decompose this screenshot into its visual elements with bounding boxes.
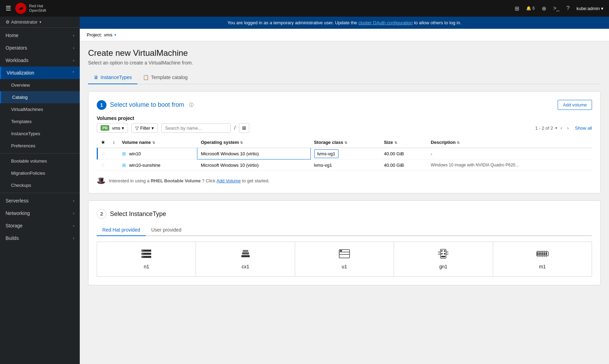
oauth-config-link[interactable]: cluster OAuth configuration <box>358 20 413 25</box>
col-os[interactable]: Operating system ⇅ <box>197 137 310 148</box>
col-volume-name[interactable]: Volume name ⇅ <box>119 137 197 148</box>
sidebar-item-catalog[interactable]: Catalog <box>0 91 80 103</box>
section-1-help-icon[interactable]: ⓘ <box>189 102 194 108</box>
tab-user-provided[interactable]: User provided <box>146 224 187 236</box>
show-all-button[interactable]: Show all <box>575 125 592 131</box>
instance-card-n1[interactable]: n1 <box>97 242 196 277</box>
add-volume-link[interactable]: Add Volume <box>216 178 241 183</box>
filter-button[interactable]: ▽ Filter ▾ <box>131 123 158 133</box>
col-storage-class[interactable]: Storage class ⇅ <box>310 137 380 148</box>
svg-rect-28 <box>543 252 545 255</box>
sidebar-item-preferences[interactable]: Preferences <box>0 140 80 152</box>
add-volume-button[interactable]: Add volume <box>558 100 592 110</box>
grid-icon[interactable]: ⊞ <box>515 5 519 12</box>
sidebar-item-operators[interactable]: Operators › <box>0 42 80 54</box>
cx1-icon <box>201 249 289 261</box>
star-icon[interactable]: ☆ <box>101 151 106 156</box>
instance-card-m1[interactable]: m1 <box>493 242 592 277</box>
col-description[interactable]: Description ⇅ <box>427 137 592 148</box>
svg-rect-18 <box>444 253 445 254</box>
size-sort-icon[interactable]: ⇅ <box>394 141 397 145</box>
pagination-prev-button[interactable]: ‹ <box>559 124 564 131</box>
star-cell[interactable]: ☆ <box>97 159 110 171</box>
project-bar: Project: vms ▾ <box>80 29 609 41</box>
terminal-icon[interactable]: >_ <box>553 5 559 11</box>
page-subtitle: Select an option to create a VirtualMach… <box>88 60 601 66</box>
windows-icon: ⊞ <box>122 151 126 156</box>
brand-product: OpenShift <box>29 8 46 13</box>
pagination-dropdown-icon[interactable]: ▾ <box>555 126 557 130</box>
hamburger-menu[interactable]: ☰ <box>6 5 11 12</box>
sidebar-item-migration-policies[interactable]: MigrationPolicies <box>0 167 80 179</box>
sidebar-divider <box>0 153 80 154</box>
sidebar-item-workloads[interactable]: Workloads › <box>0 54 80 67</box>
svg-rect-9 <box>243 250 248 252</box>
chevron-right-icon: › <box>73 211 74 215</box>
sidebar-item-virtualmachines[interactable]: VirtualMachines <box>0 103 80 115</box>
help-icon[interactable]: ? <box>566 5 569 11</box>
tab-instance-types[interactable]: 🖥 InstanceTypes <box>88 71 137 84</box>
svg-rect-22 <box>446 252 448 252</box>
sidebar-item-builds[interactable]: Builds › <box>0 232 80 244</box>
user-menu[interactable]: kube:admin ▾ <box>576 6 603 11</box>
sidebar-item-instancetypes[interactable]: InstanceTypes <box>0 128 80 140</box>
table-row[interactable]: ☆ ⊞ win10-sunshine Microsoft Windows 10 … <box>97 159 592 171</box>
u1-label: u1 <box>301 264 388 269</box>
sidebar-item-storage[interactable]: Storage › <box>0 219 80 232</box>
volume-name-text: win10 <box>129 151 141 156</box>
search-input[interactable] <box>161 123 231 133</box>
sidebar-item-serverless[interactable]: Serverless › <box>0 194 80 207</box>
description-sort-icon[interactable]: ⇅ <box>457 141 460 145</box>
instance-card-gn1[interactable]: gn1 <box>394 242 493 277</box>
rhel-hint-bold: RHEL Bootable Volume <box>151 178 201 183</box>
instance-card-u1[interactable]: u1 <box>295 242 394 277</box>
sidebar-role-label: Administrator <box>11 19 38 25</box>
size-cell: 40.00 GiB <box>380 159 427 171</box>
info-banner: You are logged in as a temporary adminis… <box>80 17 609 29</box>
pagination-next-button[interactable]: › <box>566 124 570 131</box>
notification-count: 6 <box>532 6 535 11</box>
m1-icon <box>499 249 586 261</box>
tab-redhat-provided[interactable]: Red Hat provided <box>97 224 146 236</box>
table-row[interactable]: ☆ ⊞ win10 Microsoft Windows 10 (virtio) … <box>97 148 592 159</box>
storage-sort-icon[interactable]: ⇅ <box>344 141 347 145</box>
rhel-hint-pre: Interested in using a <box>109 178 151 183</box>
project-dropdown-arrow[interactable]: ▾ <box>114 33 116 37</box>
sidebar-item-templates[interactable]: Templates <box>0 115 80 128</box>
sidebar-item-checkups[interactable]: Checkups <box>0 179 80 191</box>
os-sort-icon[interactable]: ⇅ <box>240 141 243 145</box>
svg-rect-20 <box>438 252 440 252</box>
svg-rect-17 <box>441 253 443 254</box>
col-size[interactable]: Size ⇅ <box>380 137 427 148</box>
sidebar-role[interactable]: ⚙ Administrator ▾ <box>0 17 80 28</box>
sidebar-item-networking[interactable]: Networking › <box>0 207 80 219</box>
sidebar-item-home[interactable]: Home › <box>0 29 80 42</box>
add-icon[interactable]: ⊕ <box>542 5 546 12</box>
m1-label: m1 <box>499 264 586 269</box>
sidebar-item-overview[interactable]: Overview <box>0 79 80 91</box>
svg-rect-4 <box>142 250 143 251</box>
instance-card-cx1[interactable]: cx1 <box>196 242 295 277</box>
col-star: ★ <box>97 137 110 148</box>
star-icon[interactable]: ☆ <box>101 162 105 168</box>
svg-rect-8 <box>242 252 249 254</box>
sidebar-item-bootable-volumes[interactable]: Bootable volumes <box>0 155 80 167</box>
redhat-hat-icon: 🎩 <box>97 176 105 185</box>
cx1-label: cx1 <box>201 264 289 269</box>
chevron-right-icon: › <box>73 59 74 62</box>
top-navigation: ☰ Red Hat OpenShift ⊞ 🔔 6 ⊕ >_ ? kube:ad… <box>0 0 609 17</box>
page-title: Create new VirtualMachine <box>88 48 601 58</box>
chevron-right-icon: › <box>73 34 74 37</box>
star-cell[interactable]: ☆ <box>97 148 110 159</box>
volume-name-cell: ⊞ win10-sunshine <box>119 159 197 171</box>
windows-icon: ⊞ <box>122 163 126 168</box>
sidebar-main-nav: Home › Operators › Workloads › Virtualiz… <box>0 28 80 246</box>
svg-rect-29 <box>546 252 547 255</box>
volume-name-sort-icon[interactable]: ⇅ <box>152 141 155 145</box>
sort-handle <box>109 159 119 171</box>
project-selector[interactable]: PR vms ▾ <box>97 123 128 133</box>
sidebar-item-virtualization[interactable]: Virtualization ˅ <box>0 67 80 79</box>
notifications-icon[interactable]: 🔔 6 <box>526 6 535 11</box>
grid-view-icon[interactable]: ⊞ <box>239 123 249 133</box>
tab-template-catalog[interactable]: 📋 Template catalog <box>137 71 193 84</box>
